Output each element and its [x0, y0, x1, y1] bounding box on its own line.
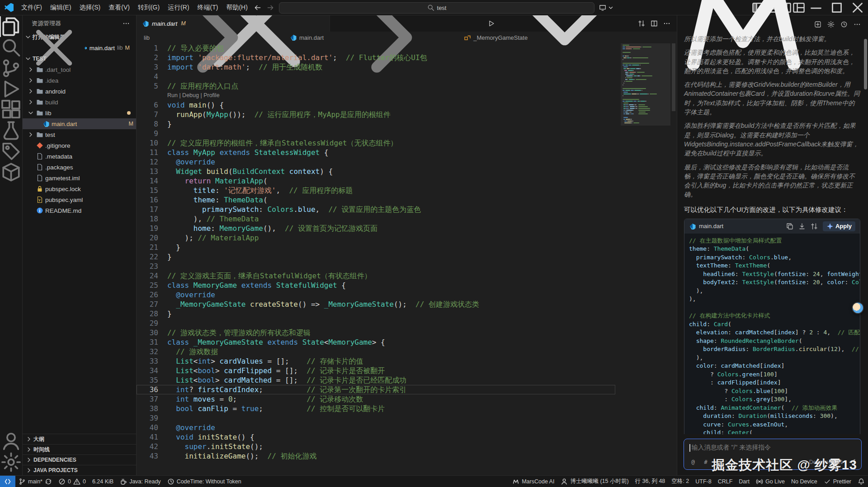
- code-line[interactable]: 12 @override: [137, 157, 615, 167]
- forward-icon[interactable]: [266, 4, 274, 12]
- tree-item-pubspec-lock[interactable]: pubspec.lock: [23, 183, 136, 194]
- code-line[interactable]: 24// 定义游戏主页面，继承自StatefulWidget（有状态组件）: [137, 271, 615, 281]
- diff-icon[interactable]: [811, 223, 818, 230]
- breadcrumb-item[interactable]: lib: [144, 34, 150, 41]
- split-editor-icon[interactable]: [651, 20, 658, 27]
- device-status-item[interactable]: No Device: [788, 476, 821, 487]
- tree-item-README-md[interactable]: README.md: [23, 205, 136, 216]
- code-line[interactable]: 11class MyApp extends StatelessWidget {: [137, 148, 615, 157]
- tree-item--metadata[interactable]: .metadata: [23, 151, 136, 162]
- code-line[interactable]: 19 home: MemoryGame(), // 设置首页为记忆游戏页面: [137, 224, 615, 233]
- language-mode-status-item[interactable]: Dart: [736, 476, 753, 487]
- account-icon[interactable]: [0, 431, 22, 452]
- open-editor-item[interactable]: main.dart lib M: [23, 42, 136, 53]
- tree-item-main-dart[interactable]: main.dartM: [23, 118, 136, 129]
- code-line[interactable]: 39: [137, 413, 615, 423]
- code-line[interactable]: 34 List<bool> cardFlipped = []; // 记录卡片是…: [137, 366, 615, 375]
- copy-icon[interactable]: [786, 223, 793, 230]
- notifications-status-item[interactable]: [854, 476, 868, 487]
- bookmarks-icon[interactable]: [0, 141, 22, 162]
- breadcrumb-item[interactable]: _MemoryGameState: [473, 34, 528, 41]
- settings-gear-icon[interactable]: [0, 452, 22, 473]
- code-line[interactable]: 20 ); // MaterialApp: [137, 233, 615, 243]
- tree-item--gitignore[interactable]: .gitignore: [23, 140, 136, 151]
- code-editor[interactable]: 1// 导入必要的包2import 'package:flutter/mater…: [137, 43, 677, 475]
- sidebar-section-时间线[interactable]: 时间线: [23, 444, 136, 454]
- code-line[interactable]: 41 void initState() {: [137, 432, 615, 442]
- code-line[interactable]: 3import 'dart:math'; // 用于生成随机数: [137, 62, 615, 72]
- code-line[interactable]: 2import 'package:flutter/material.dart';…: [137, 53, 615, 62]
- mention-icon[interactable]: @: [689, 459, 697, 466]
- codetime-status-item[interactable]: CodeTime: Without Token: [164, 476, 245, 487]
- problems-status-item[interactable]: 00: [55, 476, 89, 487]
- code-line[interactable]: 22}: [137, 252, 615, 262]
- ai-settings-icon[interactable]: [827, 21, 835, 28]
- code-line[interactable]: 35 List<bool> cardMatched = []; // 记录卡片是…: [137, 375, 615, 385]
- assistant-avatar[interactable]: [852, 302, 864, 314]
- code-line[interactable]: 31class _MemoryGameState extends State<M…: [137, 337, 615, 347]
- code-line[interactable]: 13 Widget build(BuildContext context) {: [137, 167, 615, 176]
- tree-item-android[interactable]: android: [23, 86, 136, 97]
- tree-item-test[interactable]: test: [23, 129, 136, 140]
- code-line[interactable]: 26 @override: [137, 290, 615, 300]
- eol-status-item[interactable]: CRLF: [715, 476, 736, 487]
- source-control-icon[interactable]: [0, 58, 22, 79]
- code-line[interactable]: 15 title: '记忆配对游戏', // 应用程序的标题: [137, 186, 615, 195]
- editor-more-icon[interactable]: [663, 20, 670, 27]
- code-line[interactable]: 42 super.initState();: [137, 442, 615, 451]
- code-line[interactable]: 40 @override: [137, 423, 615, 432]
- code-line[interactable]: 16 theme: ThemeData(: [137, 195, 615, 205]
- run-debug-icon[interactable]: [0, 79, 22, 99]
- cursor-position-status-item[interactable]: 行 36, 列 48: [632, 476, 669, 487]
- code-line[interactable]: 21 }: [137, 243, 615, 252]
- new-chat-icon[interactable]: [814, 21, 821, 28]
- command-icon[interactable]: #: [702, 459, 709, 466]
- tree-item-gametest-iml[interactable]: gametest.iml: [23, 173, 136, 183]
- tree-item--idea[interactable]: .idea: [23, 75, 136, 86]
- sidebar-section-java-projects[interactable]: JAVA PROJECTS: [23, 465, 136, 475]
- encoding-status-item[interactable]: UTF-8: [692, 476, 714, 487]
- apply-button[interactable]: Apply: [823, 221, 855, 231]
- indentation-status-item[interactable]: 空格: 2: [668, 476, 692, 487]
- insert-icon[interactable]: [798, 223, 806, 230]
- code-line[interactable]: 32 // 游戏数据: [137, 347, 615, 356]
- branch-status-item[interactable]: main*: [15, 476, 55, 487]
- code-line[interactable]: 6void main() {: [137, 100, 615, 110]
- ai-more-icon[interactable]: [854, 21, 861, 28]
- code-line[interactable]: Run | Debug | Profile: [137, 91, 615, 100]
- open-changes-icon[interactable]: [638, 20, 645, 27]
- testing-icon[interactable]: [0, 120, 22, 141]
- code-line[interactable]: 36 int? firstCardIndex; // 记录第一次翻开的卡片索引: [137, 385, 615, 394]
- go-live-status-item[interactable]: Go Live: [753, 476, 788, 487]
- code-line[interactable]: 29: [137, 318, 615, 328]
- views-more-icon[interactable]: [123, 20, 130, 27]
- explorer-icon[interactable]: [0, 16, 22, 37]
- prettier-status-item[interactable]: Prettier: [821, 476, 854, 487]
- editor-scrollbar[interactable]: [670, 43, 677, 475]
- environment-picker[interactable]: [599, 4, 614, 11]
- back-icon[interactable]: [254, 4, 262, 12]
- sidebar-section-dependencies[interactable]: DEPENDENCIES: [23, 454, 136, 465]
- code-line[interactable]: 9: [137, 129, 615, 138]
- tree-item--packages[interactable]: .packages: [23, 162, 136, 173]
- search-sidebar-icon[interactable]: [0, 37, 22, 58]
- code-line[interactable]: 7 runApp(MyApp()); // 运行应用程序，MyApp是应用的根组…: [137, 110, 615, 119]
- code-line[interactable]: 10// 定义应用程序的根组件，继承自StatelessWidget（无状态组件…: [137, 138, 615, 148]
- code-line[interactable]: 33 List<int> cardValues = []; // 存储卡片的值: [137, 356, 615, 366]
- extensions-icon[interactable]: [0, 99, 22, 120]
- blame-status-item[interactable]: 博士曦曦曦 (15 小时前): [557, 476, 632, 487]
- code-line[interactable]: 43 initializeGame(); // 初始化游戏: [137, 451, 615, 461]
- code-line[interactable]: 18 ), // ThemeData: [137, 214, 615, 224]
- code-line[interactable]: 28}: [137, 309, 615, 318]
- marscode-status-item[interactable]: MarsCode AI: [509, 476, 557, 487]
- remote-status-item[interactable]: [0, 476, 15, 487]
- breadcrumb-item[interactable]: main.dart: [299, 34, 324, 41]
- history-icon[interactable]: [840, 21, 848, 28]
- code-line[interactable]: 23: [137, 262, 615, 271]
- ai-panel-scrollbar[interactable]: [864, 35, 867, 421]
- filesize-status-item[interactable]: 6.24 KiB: [89, 476, 117, 487]
- code-line[interactable]: 8}: [137, 119, 615, 129]
- tree-item-pubspec-yaml[interactable]: pubspec.yaml: [23, 194, 136, 205]
- code-line[interactable]: 38 bool canFlip = true; // 控制是否可以翻卡片: [137, 404, 615, 413]
- tree-item-lib[interactable]: lib: [23, 108, 136, 118]
